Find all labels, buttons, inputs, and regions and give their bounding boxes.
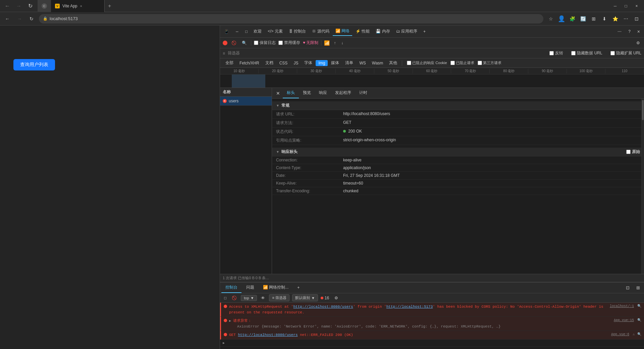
extensions-button[interactable]: 🧩 bbox=[568, 14, 577, 23]
refresh-button[interactable]: ↻ bbox=[25, 1, 35, 11]
console-settings-button[interactable]: ⚙ bbox=[333, 295, 339, 301]
tab-close-button[interactable]: × bbox=[80, 4, 82, 8]
tab-welcome[interactable]: 欢迎 bbox=[251, 27, 264, 36]
filter-other[interactable]: 其他 bbox=[386, 59, 400, 66]
filter-img[interactable]: Img bbox=[316, 60, 328, 66]
console-drawer-button[interactable]: □ bbox=[243, 28, 250, 35]
filter-input[interactable]: 筛选器 bbox=[228, 50, 541, 56]
axios-location-link[interactable]: App.vue:15 bbox=[614, 318, 634, 322]
undock-button[interactable]: ⊞ bbox=[634, 284, 643, 292]
blocked-requests-checkbox[interactable]: 已阻止请求 bbox=[450, 60, 474, 65]
bottom-tab-console[interactable]: 控制台 bbox=[221, 283, 241, 293]
filter-fetch-xhr[interactable]: Fetch/XHR bbox=[237, 60, 262, 66]
eye-button[interactable]: 👁 bbox=[260, 295, 266, 301]
dock-button[interactable]: ⊡ bbox=[623, 284, 632, 292]
chrome-tab-left[interactable]: C bbox=[38, 0, 51, 12]
tab-sources[interactable]: ※ 源代码 bbox=[309, 27, 332, 36]
maximize-button[interactable]: □ bbox=[621, 1, 631, 11]
forward-button[interactable]: → bbox=[14, 1, 23, 11]
filter-font[interactable]: 字体 bbox=[302, 59, 315, 66]
tab-preview[interactable]: 预览 bbox=[299, 88, 315, 98]
invert-checkbox[interactable]: 反转 bbox=[549, 50, 563, 56]
bottom-tab-network-conditions[interactable]: 📶 网络控制... bbox=[259, 283, 292, 293]
help-button[interactable]: ? bbox=[626, 28, 633, 35]
console-clear-button[interactable]: □ bbox=[223, 295, 228, 301]
request-item-users[interactable]: ✕ users bbox=[220, 97, 272, 106]
device-toggle-button[interactable]: 📱 bbox=[221, 28, 232, 35]
filter-doc[interactable]: 文档 bbox=[263, 59, 276, 66]
details-scrollbar[interactable] bbox=[641, 99, 644, 274]
warning-icon-get[interactable]: ⚠ bbox=[633, 333, 635, 336]
log-level-selector[interactable]: 默认级别 ▼ bbox=[292, 294, 318, 301]
console-input-row[interactable]: ▶ bbox=[220, 340, 644, 347]
filter-all[interactable]: 全部 bbox=[223, 59, 236, 66]
response-headers-section-header[interactable]: ▼ 响应标头 原始 bbox=[272, 148, 644, 156]
query-users-button[interactable]: 查询用户列表 bbox=[13, 59, 55, 70]
sync-button[interactable]: 🔄 bbox=[578, 14, 588, 23]
more-options-button[interactable]: ⋯ bbox=[621, 14, 631, 23]
new-tab-button[interactable]: + bbox=[105, 0, 114, 12]
get-location-link[interactable]: App.vue:6 bbox=[611, 333, 629, 336]
get-url-link[interactable]: http://localhost:8080/users bbox=[238, 333, 298, 337]
general-section-header[interactable]: ▼ 常规 bbox=[272, 101, 644, 110]
hide-extension-urls-checkbox[interactable]: 隐藏扩展 URL bbox=[610, 50, 641, 56]
refresh-nav-button[interactable]: ↻ bbox=[27, 14, 36, 23]
search-icon-cors[interactable]: 🔍 bbox=[637, 304, 641, 308]
upload-button[interactable]: ↑ bbox=[332, 40, 337, 46]
raw-checkbox-group[interactable]: 原始 bbox=[626, 149, 640, 155]
clear-button[interactable]: 🚫 bbox=[230, 40, 238, 46]
add-panel-button[interactable]: + bbox=[293, 283, 304, 293]
search-network-button[interactable]: 🔍 bbox=[240, 40, 248, 46]
tab-elements[interactable]: </> 元素 bbox=[265, 27, 285, 36]
blocked-cookies-checkbox[interactable]: 已阻止的响应 Cookie bbox=[407, 60, 447, 65]
inspect-element-button[interactable]: ↔ bbox=[232, 28, 242, 35]
download-button[interactable]: ↓ bbox=[340, 40, 344, 46]
tab-headers[interactable]: 标头 bbox=[283, 88, 299, 98]
back-button[interactable]: ← bbox=[3, 1, 12, 11]
network-settings-button[interactable]: ⚙ bbox=[635, 40, 641, 46]
filter-js[interactable]: JS bbox=[291, 60, 301, 66]
tab-initiator[interactable]: 发起程序 bbox=[331, 88, 355, 98]
origin-url-link[interactable]: http://localhost:5173 bbox=[386, 305, 433, 309]
maximize-window-button[interactable]: ⊡ bbox=[632, 14, 641, 23]
back-nav-button[interactable]: ← bbox=[3, 14, 12, 23]
url-bar[interactable]: 🔒 localhost:5173 bbox=[39, 14, 543, 23]
console-clear2-button[interactable]: 🚫 bbox=[230, 295, 238, 301]
filter-wasm[interactable]: Wasm bbox=[369, 60, 386, 66]
tab-network[interactable]: 📶 网络 bbox=[333, 27, 352, 36]
disable-cache-checkbox[interactable]: 禁用缓存 bbox=[278, 40, 300, 46]
context-selector[interactable]: top ▼ bbox=[241, 295, 257, 301]
add-tab-button[interactable]: + bbox=[421, 28, 428, 35]
tab-console[interactable]: 🎛 控制台 bbox=[286, 27, 309, 36]
filter-manifest[interactable]: 清单 bbox=[342, 59, 356, 66]
tab-performance[interactable]: ⚡ 性能 bbox=[353, 27, 372, 36]
favorites-button[interactable]: ⭐ bbox=[610, 14, 620, 23]
filter-ws[interactable]: WS bbox=[357, 60, 368, 66]
raw-checkbox[interactable] bbox=[626, 150, 631, 154]
active-tab[interactable]: V Vite App × bbox=[51, 0, 105, 12]
download-button[interactable]: ⬇ bbox=[600, 14, 609, 23]
cors-location-link[interactable]: localhost/:1 bbox=[610, 304, 634, 308]
tab-memory[interactable]: 💾 内存 bbox=[373, 27, 392, 36]
search-icon-get[interactable]: 🔍 bbox=[637, 333, 641, 336]
cors-url-link[interactable]: http://localhost:8080/users bbox=[293, 305, 353, 309]
filter-console-button[interactable]: ≡ 筛选器 bbox=[269, 294, 289, 301]
bookmark-button[interactable]: ☆ bbox=[546, 14, 555, 23]
split-button[interactable]: ⊞ bbox=[589, 14, 598, 23]
scrollbar-thumb[interactable] bbox=[642, 100, 644, 120]
record-button[interactable] bbox=[223, 41, 227, 45]
close-details-button[interactable]: ✕ bbox=[273, 89, 283, 97]
close-devtools-button[interactable]: × bbox=[635, 28, 643, 36]
preserve-log-checkbox[interactable]: 保留日志 bbox=[254, 40, 276, 46]
filter-css[interactable]: CSS bbox=[277, 60, 290, 66]
minimize-button[interactable]: ─ bbox=[610, 1, 620, 11]
close-window-button[interactable]: × bbox=[632, 1, 641, 11]
expand-arrow-axios[interactable]: ▶ bbox=[229, 319, 231, 323]
tab-application[interactable]: 🗂 应用程序 bbox=[393, 27, 420, 36]
filter-media[interactable]: 媒体 bbox=[328, 59, 342, 66]
forward-nav-button[interactable]: → bbox=[15, 14, 24, 23]
tab-timing[interactable]: 计时 bbox=[355, 88, 371, 98]
search-icon-axios[interactable]: 🔍 bbox=[637, 318, 641, 322]
bottom-tab-issues[interactable]: 问题 bbox=[242, 283, 258, 293]
more-tools-button[interactable]: ⋯ bbox=[615, 28, 624, 35]
